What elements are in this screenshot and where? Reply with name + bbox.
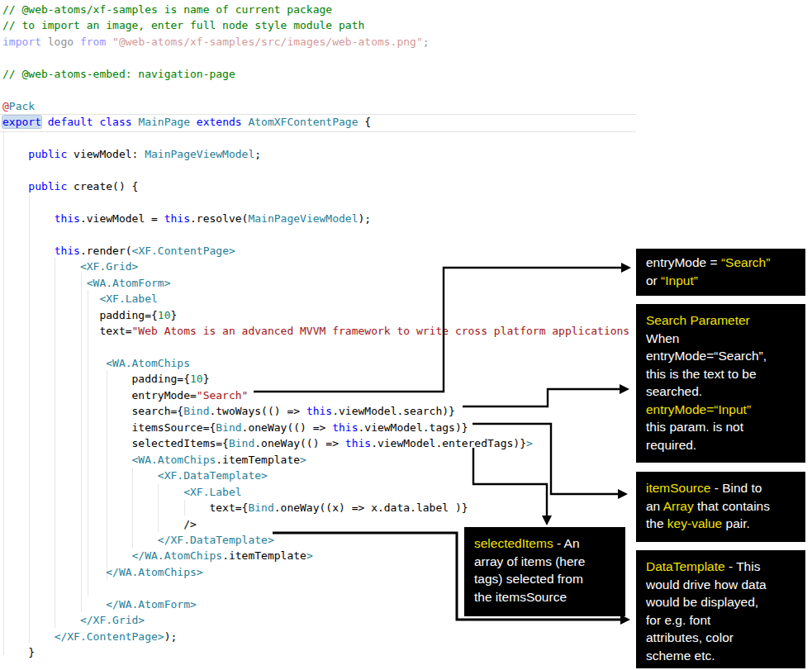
- code-line: search={Bind.twoWays(() => this.viewMode…: [2, 403, 639, 419]
- callout-datatemplate: DataTemplate - Thiswould drive how dataw…: [636, 550, 805, 668]
- code-line: public create() {: [2, 178, 639, 194]
- callout-line: Search Parameter: [646, 311, 795, 330]
- code-line: <WA.AtomForm>: [2, 275, 639, 291]
- callout-itemsource: itemSource - Bind toan Array that contai…: [636, 472, 805, 542]
- callout-line: itemSource - Bind to: [646, 479, 795, 497]
- code-editor-screenshot: // @web-atoms/xf-samples is name of curr…: [0, 0, 812, 670]
- code-line: <XF.Grid>: [2, 259, 639, 274]
- code-line: [2, 163, 639, 178]
- code-line: export default class MainPage extends At…: [2, 114, 639, 130]
- callout-line: attributes, color: [646, 629, 795, 647]
- code-line: this.render(<XF.ContentPage>: [2, 243, 639, 259]
- callout-line: When: [646, 330, 795, 348]
- code-line: text="Web Atoms is an advanced MVVM fram…: [2, 323, 639, 339]
- callout-line: would be displayed,: [646, 593, 795, 611]
- code-line: @Pack: [2, 98, 639, 114]
- code-line: text={Bind.oneWay((x) => x.data.label )}: [2, 500, 639, 516]
- code-line: entryMode="Search": [2, 387, 639, 403]
- callout-line: selectedItems - An: [474, 535, 615, 553]
- callout-selecteditems: selectedItems - Anarray of items (hereta…: [464, 527, 625, 616]
- callout-line: this param. is not: [646, 418, 795, 436]
- callout-search-parameter: Search ParameterWhenentryMode=“Search”,t…: [636, 304, 805, 463]
- callout-line: searched.: [646, 383, 795, 401]
- code-line: <XF.Label: [2, 291, 639, 306]
- code-line: [2, 226, 639, 242]
- callout-line: entryMode = “Search”: [646, 254, 795, 272]
- callout-line: an Array that contains: [646, 497, 795, 516]
- code-line: import logo from "@web-atoms/xf-samples/…: [2, 34, 639, 50]
- code-line: itemsSource={Bind.oneWay(() => this.view…: [2, 420, 639, 435]
- callout-line: entryMode=“Search”,: [646, 347, 795, 365]
- callout-line: would drive how data: [646, 576, 795, 594]
- code-line: padding={10}: [2, 371, 639, 387]
- code-line: // to import an image, enter full node s…: [2, 17, 639, 33]
- code-line: [2, 131, 639, 146]
- code-line: [2, 194, 639, 210]
- callout-line: tags) selected from: [474, 570, 615, 588]
- code-line: [2, 82, 639, 97]
- callout-line: array of items (here: [474, 553, 615, 571]
- callout-line: required.: [646, 436, 795, 454]
- code-line: selectedItems={Bind.oneWay(() => this.vi…: [2, 435, 639, 451]
- callout-line: entryMode=“Input”: [646, 401, 795, 419]
- code-line: <XF.DataTemplate>: [2, 468, 639, 483]
- callout-line: DataTemplate - This: [646, 558, 795, 576]
- code-line: // @web-atoms-embed: navigation-page: [2, 66, 639, 82]
- code-line: public viewModel: MainPageViewModel;: [2, 146, 639, 162]
- callout-line: this is the text to be: [646, 365, 795, 383]
- code-line: [2, 50, 639, 65]
- callout-entrymode: entryMode = “Search”or “Input”: [636, 249, 805, 296]
- code-line: this.viewModel = this.resolve(MainPageVi…: [2, 211, 639, 226]
- callout-line: the itemsSource: [474, 588, 615, 606]
- code-line: // @web-atoms/xf-samples is name of curr…: [2, 2, 639, 17]
- callout-line: for e.g. font: [646, 611, 795, 630]
- code-line: <WA.AtomChips: [2, 355, 639, 371]
- code-line: <XF.Label: [2, 484, 639, 500]
- callout-line: the key-value pair.: [646, 515, 795, 533]
- code-line: [2, 340, 639, 355]
- code-line: </XF.ContentPage>);: [2, 629, 639, 644]
- code-line: padding={10}: [2, 307, 639, 323]
- callout-line: or “Input”: [646, 272, 795, 290]
- code-line: }: [2, 644, 639, 660]
- callout-line: scheme etc.: [646, 647, 795, 665]
- code-line: <WA.AtomChips.itemTemplate>: [2, 452, 639, 468]
